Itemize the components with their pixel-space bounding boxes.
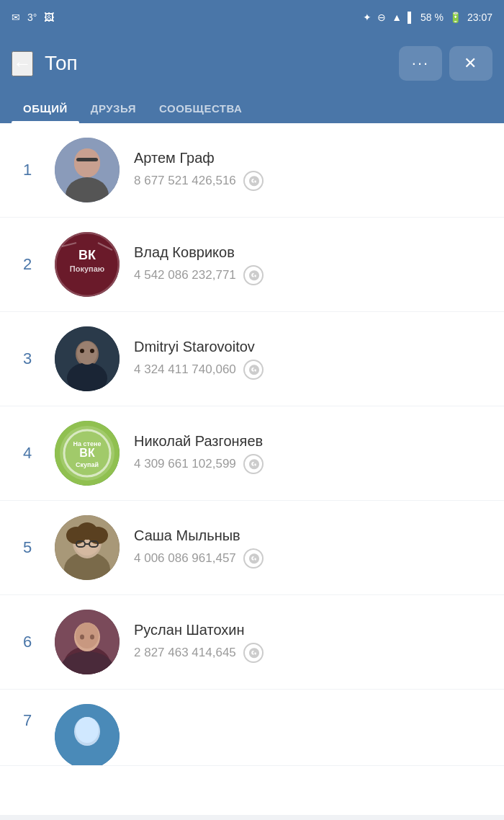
vk-badge bbox=[243, 360, 264, 380]
user-name: Dmitryi Starovoitov bbox=[134, 339, 490, 355]
list-item[interactable]: 5 Саша Мыльныв 4 006 086 961,457 bbox=[0, 501, 504, 595]
status-left-icons: ✉ 3° 🖼 bbox=[12, 12, 54, 23]
vk-badge bbox=[243, 643, 264, 663]
minus-circle-icon: ⊖ bbox=[377, 12, 386, 23]
tabs-bar: ОБЩИЙ ДРУЗЬЯ СООБЩЕСТВА bbox=[0, 92, 504, 123]
avatar bbox=[55, 515, 120, 580]
more-button[interactable]: ··· bbox=[399, 46, 442, 81]
user-info: Dmitryi Starovoitov 4 324 411 740,060 bbox=[134, 339, 490, 380]
score-row: 2 827 463 414,645 bbox=[134, 643, 490, 663]
wifi-icon: ▲ bbox=[392, 12, 402, 23]
close-button[interactable]: ✕ bbox=[449, 46, 492, 81]
user-name: Артем Граф bbox=[134, 150, 490, 166]
vk-badge bbox=[243, 454, 264, 474]
user-info: Артем Граф 8 677 521 426,516 bbox=[134, 150, 490, 191]
user-name: Руслан Шатохин bbox=[134, 622, 490, 638]
rank-number: 2 bbox=[14, 255, 40, 274]
user-score: 4 324 411 740,060 bbox=[134, 362, 236, 377]
avatar bbox=[55, 704, 120, 766]
user-score: 4 542 086 232,771 bbox=[134, 268, 236, 282]
user-score: 2 827 463 414,645 bbox=[134, 646, 236, 660]
user-score: 4 309 661 102,599 bbox=[134, 457, 236, 471]
user-info: Руслан Шатохин 2 827 463 414,645 bbox=[134, 622, 490, 663]
vk-badge bbox=[243, 171, 264, 191]
page-title: Топ bbox=[45, 52, 78, 75]
list-item[interactable]: 4 На стене ВК Скупай Николай Разгоняев 4… bbox=[0, 406, 504, 501]
svg-point-16 bbox=[80, 349, 84, 353]
leaderboard-content: 1 Артем Граф 8 677 521 426,516 2 bbox=[0, 123, 504, 815]
svg-point-43 bbox=[76, 717, 99, 743]
svg-point-40 bbox=[90, 635, 94, 640]
svg-point-37 bbox=[76, 623, 99, 649]
svg-point-4 bbox=[74, 148, 100, 177]
rank-number: 3 bbox=[14, 349, 40, 368]
svg-point-17 bbox=[90, 349, 94, 353]
svg-text:ВК: ВК bbox=[78, 248, 96, 262]
list-item[interactable]: 1 Артем Граф 8 677 521 426,516 bbox=[0, 123, 504, 218]
vk-badge bbox=[243, 548, 264, 569]
list-item[interactable]: 3 Dmitryi Starovoitov 4 324 411 740,060 bbox=[0, 312, 504, 406]
avatar bbox=[55, 326, 120, 391]
svg-text:Покупаю: Покупаю bbox=[70, 264, 104, 273]
rank-number: 4 bbox=[14, 444, 40, 463]
mail-icon: ✉ bbox=[12, 12, 20, 23]
user-name: Николай Разгоняев bbox=[134, 433, 490, 450]
list-item[interactable]: 6 Руслан Шатохин 2 827 463 414,645 bbox=[0, 595, 504, 690]
signal-icon: ▌ bbox=[408, 12, 415, 23]
header: ← Топ ··· ✕ bbox=[0, 35, 504, 92]
user-score: 4 006 086 961,457 bbox=[134, 551, 236, 566]
user-info: Влад Ковриков 4 542 086 232,771 bbox=[134, 244, 490, 285]
rank-number: 6 bbox=[14, 633, 40, 651]
svg-rect-5 bbox=[76, 158, 98, 161]
svg-text:ВК: ВК bbox=[79, 447, 95, 459]
svg-point-39 bbox=[80, 635, 84, 640]
rank-number: 1 bbox=[14, 161, 40, 179]
tab-friends[interactable]: ДРУЗЬЯ bbox=[79, 92, 148, 123]
bluetooth-icon: ✦ bbox=[363, 12, 372, 23]
battery-display: 58 % bbox=[420, 12, 444, 23]
back-button[interactable]: ← bbox=[12, 51, 33, 76]
status-right-icons: ✦ ⊖ ▲ ▌ 58 % 🔋 23:07 bbox=[363, 12, 492, 23]
vk-badge bbox=[243, 265, 264, 285]
score-row: 4 542 086 232,771 bbox=[134, 265, 490, 285]
status-bar: ✉ 3° 🖼 ✦ ⊖ ▲ ▌ 58 % 🔋 23:07 bbox=[0, 0, 504, 35]
score-row: 4 006 086 961,457 bbox=[134, 548, 490, 569]
svg-point-15 bbox=[77, 342, 97, 365]
battery-icon: 🔋 bbox=[449, 12, 462, 23]
avatar: На стене ВК Скупай bbox=[55, 421, 120, 486]
score-row: 4 324 411 740,060 bbox=[134, 360, 490, 380]
rank-number: 7 bbox=[14, 711, 40, 730]
svg-text:Скупай: Скупай bbox=[76, 461, 99, 468]
user-name: Влад Ковриков bbox=[134, 244, 490, 261]
score-row: 8 677 521 426,516 bbox=[134, 171, 490, 191]
header-left: ← Топ bbox=[12, 51, 78, 76]
user-name: Саша Мыльныв bbox=[134, 527, 490, 544]
user-score: 8 677 521 426,516 bbox=[134, 174, 236, 188]
temperature-display: 3° bbox=[27, 12, 37, 23]
avatar bbox=[55, 138, 120, 202]
user-info: Николай Разгоняев 4 309 661 102,599 bbox=[134, 433, 490, 474]
list-item[interactable]: 2 ВК Покупаю Влад Ковриков 4 542 086 232… bbox=[0, 218, 504, 312]
user-info: Саша Мыльныв 4 006 086 961,457 bbox=[134, 527, 490, 569]
list-item[interactable]: 7 bbox=[0, 690, 504, 766]
score-row: 4 309 661 102,599 bbox=[134, 454, 490, 474]
tab-communities[interactable]: СООБЩЕСТВА bbox=[148, 92, 253, 123]
avatar: ВК Покупаю bbox=[55, 232, 120, 297]
tab-general[interactable]: ОБЩИЙ bbox=[12, 92, 79, 123]
time-display: 23:07 bbox=[467, 12, 492, 23]
header-actions: ··· ✕ bbox=[399, 46, 492, 81]
rank-number: 5 bbox=[14, 538, 40, 557]
image-icon: 🖼 bbox=[44, 12, 54, 23]
avatar bbox=[55, 610, 120, 674]
